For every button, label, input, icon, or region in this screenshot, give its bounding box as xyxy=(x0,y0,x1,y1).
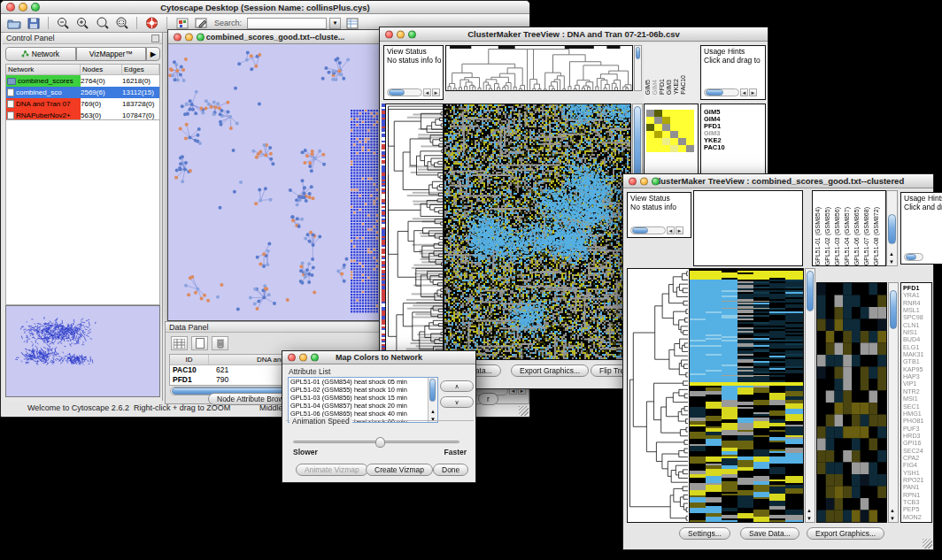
dialog-titlebar[interactable]: Map Colors to Network xyxy=(282,351,475,364)
save-icon[interactable] xyxy=(25,16,42,31)
scroll-up-icon[interactable]: ▲ xyxy=(889,251,894,257)
attribute-grid-icon[interactable] xyxy=(171,336,188,350)
scroll-up-icon[interactable]: ▲ xyxy=(807,508,812,513)
report-icon[interactable] xyxy=(344,16,360,31)
attribute-list-item[interactable]: GPL51-03 (GSM856) heat shock 15 min xyxy=(289,394,437,402)
column-header[interactable]: Edges xyxy=(122,65,159,74)
minimize-icon[interactable] xyxy=(397,30,405,38)
zoom-selected-icon[interactable] xyxy=(94,16,111,31)
main-titlebar[interactable]: Cytoscape Desktop (Session Name: collins… xyxy=(1,1,529,14)
scroll-down-icon[interactable]: ▼ xyxy=(807,516,812,521)
tv1-usage-scrollbar[interactable]: ◄ ► xyxy=(704,88,757,97)
attribute-list-vscrollbar[interactable]: ▲ ▼ xyxy=(428,378,437,422)
delete-attribute-icon[interactable] xyxy=(212,336,228,350)
gene-label[interactable]: PAC10 xyxy=(704,144,725,151)
tv2-usage-scrollbar[interactable] xyxy=(904,252,923,262)
tv2-column-dendrogram-panel[interactable] xyxy=(693,190,803,266)
tv2-heatmap[interactable] xyxy=(690,269,803,522)
tv2-labels-vscrollbar[interactable]: ▲ ▼ xyxy=(886,190,898,266)
dialog-animate-vizmap-button[interactable]: Animate Vizmap xyxy=(296,464,368,476)
column-header[interactable]: Nodes xyxy=(81,65,122,74)
close-icon[interactable] xyxy=(385,30,393,38)
attribute-list-item[interactable]: GPL51-04 (GSM857) heat shock 20 min xyxy=(289,402,437,410)
gene-label[interactable]: MON2 xyxy=(903,514,924,521)
annotation-icon[interactable] xyxy=(193,16,210,31)
attribute-list-item[interactable]: GPL51-01 (GSM854) heat shock 05 min xyxy=(289,378,437,386)
tv2-save-data----button[interactable]: Save Data... xyxy=(740,527,799,540)
scroll-up-icon[interactable]: ▲ xyxy=(890,508,895,513)
move-up-button[interactable]: ∧ xyxy=(440,380,474,392)
zoom-window-icon[interactable] xyxy=(408,30,416,38)
tab-vizmapper[interactable]: VizMapper™ xyxy=(76,47,147,61)
tv2-heatmap-vscrollbar[interactable]: ▲ ▼ xyxy=(805,268,815,523)
vscroll-thumb[interactable] xyxy=(634,106,641,184)
scroll-left-icon[interactable]: ◄ xyxy=(423,88,431,96)
close-icon[interactable] xyxy=(174,33,181,41)
zoom-window-icon[interactable] xyxy=(311,354,319,362)
tab-overflow-arrow[interactable]: ▶ xyxy=(146,47,160,61)
network-frame-titlebar[interactable]: combined_scores_good.txt--cluste... xyxy=(168,30,382,44)
scroll-right-icon[interactable]: ► xyxy=(676,226,683,234)
slider-thumb[interactable] xyxy=(375,437,385,448)
search-input[interactable] xyxy=(247,18,327,29)
tv2-zoom-heatmap[interactable] xyxy=(817,283,886,522)
zoom-window-icon[interactable] xyxy=(197,33,205,41)
resize-grip[interactable] xyxy=(519,406,529,416)
animation-speed-slider[interactable] xyxy=(293,441,459,443)
tv2-status-scrollbar[interactable]: ◄ ► xyxy=(630,226,683,235)
scroll-up-icon[interactable]: ▲ xyxy=(430,409,436,414)
close-icon[interactable] xyxy=(629,177,637,185)
network-view-canvas[interactable] xyxy=(168,44,382,320)
dialog-done-button[interactable]: Done xyxy=(433,464,468,476)
minimize-icon[interactable] xyxy=(299,354,307,362)
vscroll-thumb[interactable] xyxy=(888,214,896,244)
new-attribute-icon[interactable] xyxy=(191,336,208,350)
scroll-left-icon[interactable]: ◄ xyxy=(667,226,675,234)
tv1-export-graphics----button[interactable]: Export Graphics... xyxy=(511,364,589,377)
scroll-right-icon[interactable]: ► xyxy=(432,88,440,96)
vizmapper-icon[interactable] xyxy=(174,16,190,31)
tv1-column-dendrogram[interactable] xyxy=(446,46,632,90)
vscroll-thumb[interactable] xyxy=(807,271,814,311)
help-ring-icon[interactable] xyxy=(143,16,160,31)
tv1-small-vscrollbar[interactable] xyxy=(634,45,642,91)
vscroll-thumb[interactable] xyxy=(890,290,897,329)
float-panel-icon[interactable] xyxy=(151,35,159,42)
column-header[interactable]: Network xyxy=(6,65,81,74)
tv1-gene-list[interactable]: GIM5GIM4PFD1GIM3YKE2PAC10 xyxy=(704,109,725,151)
scroll-left-icon[interactable]: ◄ xyxy=(740,88,748,96)
minimize-icon[interactable] xyxy=(640,177,648,185)
zoom-out-icon[interactable] xyxy=(55,16,72,31)
tv1-zoom-heatmap[interactable] xyxy=(646,110,694,152)
close-icon[interactable] xyxy=(6,3,15,12)
tv1-heatmap[interactable] xyxy=(444,104,630,359)
minimize-icon[interactable] xyxy=(19,3,27,12)
scroll-down-icon[interactable]: ▼ xyxy=(890,516,895,521)
tv2-zoom-vscrollbar[interactable]: ▲ ▼ xyxy=(888,282,899,523)
tv1-status-scrollbar[interactable]: ◄ ► xyxy=(387,88,440,97)
move-down-button[interactable]: ∨ xyxy=(440,396,474,408)
column-header-id[interactable]: ID xyxy=(170,355,209,364)
treeview2-titlebar[interactable]: ClusterMaker TreeView : combined_scores_… xyxy=(623,174,933,188)
scroll-right-icon[interactable]: ► xyxy=(749,88,757,96)
open-folder-icon[interactable] xyxy=(5,16,22,31)
tv2-row-dendrogram[interactable] xyxy=(628,269,688,522)
tv1-row-dendrogram[interactable] xyxy=(386,104,443,359)
network-overview-canvas[interactable] xyxy=(5,305,160,397)
network-table-row[interactable]: combined_sco2569(6)13112(15) xyxy=(6,87,159,98)
zoom-window-icon[interactable] xyxy=(652,177,660,185)
zoom-in-icon[interactable] xyxy=(74,16,91,31)
zoom-window-icon[interactable] xyxy=(31,3,40,12)
dialog-create-vizmap-button[interactable]: Create Vizmap xyxy=(366,464,433,476)
network-table-row[interactable]: DNA and Tran 07769(0)183728(0) xyxy=(6,98,159,110)
network-tree-area[interactable] xyxy=(5,119,160,305)
treeview1-titlebar[interactable]: ClusterMaker TreeView : DNA and Tran 07-… xyxy=(380,27,768,42)
network-table-row[interactable]: combined_scores2764(0)16218(0) xyxy=(6,75,159,87)
tv2-settings----button[interactable]: Settings... xyxy=(679,527,730,540)
tab-network[interactable]: Network xyxy=(5,47,76,61)
attribute-browser-button-fragment[interactable]: r xyxy=(478,393,498,405)
minimize-icon[interactable] xyxy=(185,33,193,41)
close-icon[interactable] xyxy=(288,354,296,362)
zoom-fit-icon[interactable] xyxy=(113,16,130,31)
scroll-down-icon[interactable]: ▼ xyxy=(889,259,894,265)
